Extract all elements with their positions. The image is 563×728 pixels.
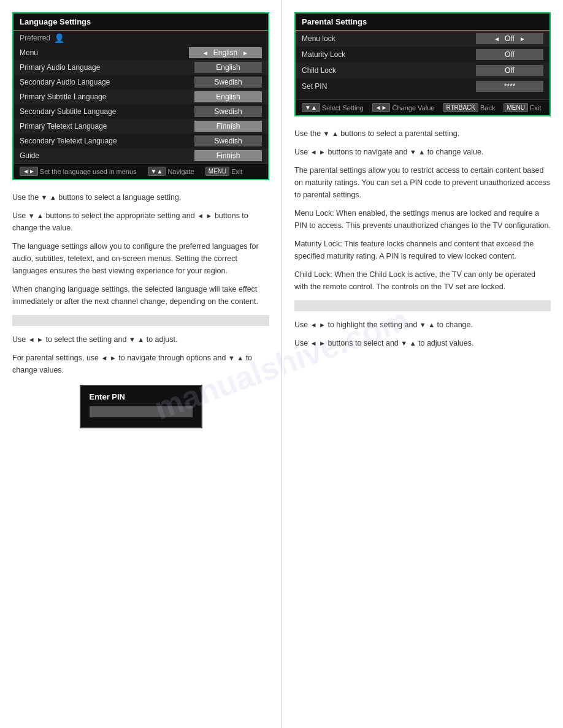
back-desc: Back [480,104,495,112]
left-body-text-2: Use ▼ ▲ buttons to select the appropriat… [12,210,269,234]
set-pin-value[interactable]: **** [476,81,543,92]
parental-settings-footer: ▼▲ Select Setting ◄► Change Value RTRBAC… [296,99,550,115]
language-row-guide[interactable]: Guide Finnish [13,148,268,163]
pin-dialog-title: Enter PIN [90,392,193,401]
secondary-subtitle-value[interactable]: Swedish [194,106,262,117]
primary-audio-label: Primary Audio Language [20,63,194,72]
guide-label: Guide [20,151,194,160]
secondary-subtitle-label: Secondary Subtitle Language [20,107,194,116]
menu-lock-label: Menu lock [302,34,476,43]
select-setting-desc: Select Setting [322,104,364,112]
footer-set-language: ◄► Set the language used in menus [20,167,137,176]
menu-lock-value[interactable]: ◄ Off ► [476,33,543,44]
menu-value[interactable]: ◄ English ► [189,47,262,58]
parental-row-maturity-lock[interactable]: Maturity Lock Off [296,47,550,63]
menu-key: MENU [205,167,229,176]
page-layout: Language Settings Preferred 👤 Menu ◄ Eng… [0,0,563,728]
footer-change-value: ◄► Change Value [372,103,435,112]
left-arrow-icon: ◄ [202,50,209,56]
menu-lock-left-arrow: ◄ [494,36,500,42]
footer-menu-exit2: MENU Exit [504,103,541,112]
left-column: Language Settings Preferred 👤 Menu ◄ Eng… [0,0,282,728]
primary-teletext-label: Primary Teletext Language [20,122,194,131]
pin-input-bar[interactable] [90,406,193,417]
primary-subtitle-value[interactable]: English [194,91,262,102]
right-body-text-3: The parental settings allow you to restr… [294,164,551,201]
guide-value[interactable]: Finnish [194,150,262,161]
language-settings-panel: Language Settings Preferred 👤 Menu ◄ Eng… [12,12,269,180]
language-row-primary-subtitle[interactable]: Primary Subtitle Language English [13,89,268,104]
ud-arrows-key: ▼▲ [148,167,166,176]
maturity-lock-label: Maturity Lock [302,50,476,59]
right-body-text-7: Use ◄ ► to highlight the setting and ▼ ▲… [294,319,551,331]
navigate-desc: Navigate [167,168,194,175]
right-section-divider [294,300,551,311]
parental-settings-title: Parental Settings [296,13,550,31]
left-body-text-5: Use ◄ ► to select the setting and ▼ ▲ to… [12,333,269,346]
lr-arrows-key: ◄► [20,167,38,176]
child-lock-label: Child Lock [302,66,476,75]
secondary-audio-value[interactable]: Swedish [194,77,262,88]
secondary-audio-label: Secondary Audio Language [20,78,194,86]
parental-row-set-pin[interactable]: Set PIN **** [296,78,550,94]
left-body-text-1: Use the ▼ ▲ buttons to select a language… [12,191,269,203]
footer-back: RTRBACK Back [443,103,495,112]
lr-arrows-key2: ◄► [372,103,391,112]
primary-audio-value[interactable]: English [194,62,262,73]
left-body-text-6: For parental settings, use ◄ ► to naviga… [12,352,269,376]
right-body-text-4: Menu Lock: When enabled, the settings me… [294,207,551,232]
exit-desc2: Exit [530,104,541,112]
parental-settings-panel: Parental Settings Menu lock ◄ Off ► Matu… [294,12,551,116]
right-body-text-8: Use ◄ ► buttons to select and ▼ ▲ to adj… [294,337,551,349]
language-row-primary-audio[interactable]: Primary Audio Language English [13,60,268,75]
primary-subtitle-label: Primary Subtitle Language [20,93,194,101]
footer-select-setting: ▼▲ Select Setting [302,103,364,112]
right-column: Parental Settings Menu lock ◄ Off ► Matu… [282,0,563,728]
language-settings-footer: ◄► Set the language used in menus ▼▲ Nav… [13,163,268,179]
pin-dialog: Enter PIN [80,385,202,428]
right-body-text-6: Child Lock: When the Child Lock is activ… [294,268,551,293]
right-body-text-5: Maturity Lock: This feature locks channe… [294,238,551,262]
language-row-secondary-teletext[interactable]: Secondary Teletext Language Swedish [13,134,268,148]
left-section-divider [12,315,269,326]
language-settings-title: Language Settings [13,13,268,31]
rtrback-key: RTRBACK [443,103,478,112]
set-pin-label: Set PIN [302,82,476,91]
language-row-menu[interactable]: Menu ◄ English ► [13,45,268,60]
child-lock-value[interactable]: Off [476,65,543,76]
right-body-text-1: Use the ▼ ▲ buttons to select a parental… [294,127,551,140]
language-settings-subtitle: Preferred 👤 [13,31,268,45]
change-value-desc: Change Value [392,104,434,112]
left-body-text-3: The language settings allow you to confi… [12,240,269,277]
parental-row-menu-lock[interactable]: Menu lock ◄ Off ► [296,31,550,47]
person-icon: 👤 [54,33,64,43]
secondary-teletext-value[interactable]: Swedish [194,135,262,146]
footer-menu-exit: MENU Exit [205,167,243,176]
preferred-label: Preferred [20,34,50,42]
language-row-secondary-subtitle[interactable]: Secondary Subtitle Language Swedish [13,104,268,119]
menu-lock-right-arrow: ► [519,36,526,42]
primary-teletext-value[interactable]: Finnish [194,121,262,132]
ud-arrows-key2: ▼▲ [302,103,320,112]
menu-label: Menu [20,48,189,57]
left-body-text-4: When changing language settings, the sel… [12,283,269,308]
set-language-desc: Set the language used in menus [40,168,137,175]
secondary-teletext-label: Secondary Teletext Language [20,137,194,145]
right-body-text-2: Use ◄ ► buttons to navigate and ▼ ▲ to c… [294,146,551,158]
language-row-primary-teletext[interactable]: Primary Teletext Language Finnish [13,119,268,134]
right-arrow-icon: ► [242,50,248,56]
footer-navigate: ▼▲ Navigate [148,167,194,176]
parental-row-child-lock[interactable]: Child Lock Off [296,63,550,78]
maturity-lock-value[interactable]: Off [476,49,543,60]
exit-desc: Exit [231,168,242,175]
language-row-secondary-audio[interactable]: Secondary Audio Language Swedish [13,75,268,89]
menu-key2: MENU [504,103,527,112]
